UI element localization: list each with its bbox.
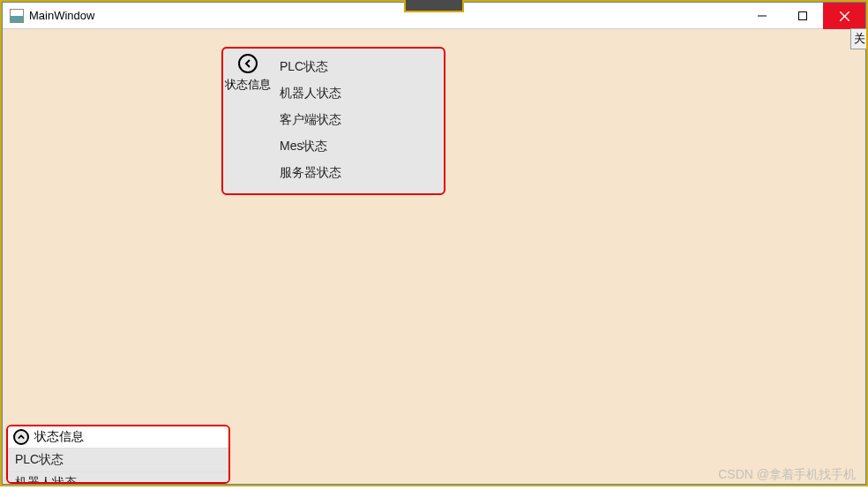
maximize-button[interactable] (782, 3, 823, 29)
status-item[interactable]: 机器人状态 (8, 471, 228, 482)
status-item[interactable]: Mes状态 (276, 133, 444, 160)
status-panel-collapsed: 状态信息 PLC状态 机器人状态 (6, 425, 230, 484)
button-label: 关 (854, 32, 865, 45)
status-item[interactable]: 服务器状态 (276, 160, 444, 186)
status-item-list: PLC状态 机器人状态 (8, 448, 228, 482)
status-panel-header-label: 状态信息 (34, 429, 84, 445)
top-drag-handle (404, 0, 464, 12)
client-area: 状态信息 PLC状态 机器人状态 客户端状态 Mes状态 服务器状态 状态信息 … (3, 29, 865, 484)
status-item[interactable]: 机器人状态 (276, 80, 444, 107)
status-item[interactable]: PLC状态 (276, 54, 444, 80)
expand-button[interactable] (13, 429, 29, 445)
app-icon (10, 9, 24, 23)
window-controls (742, 3, 865, 29)
partially-hidden-button[interactable]: 关 (850, 28, 868, 49)
main-window: MainWindow 状态信息 PLC状态 机器人状态 (2, 2, 866, 485)
svg-rect-1 (799, 12, 807, 20)
status-item[interactable]: 客户端状态 (276, 107, 444, 133)
window-title: MainWindow (29, 9, 94, 22)
collapse-button[interactable] (238, 54, 258, 73)
chevron-left-icon (243, 59, 252, 68)
close-button[interactable] (823, 3, 865, 29)
status-item-list: PLC状态 机器人状态 客户端状态 Mes状态 服务器状态 (273, 49, 444, 193)
chevron-up-icon (18, 433, 25, 441)
status-panel-header: 状态信息 (225, 77, 271, 93)
minimize-button[interactable] (742, 3, 782, 29)
status-panel-expanded: 状态信息 PLC状态 机器人状态 客户端状态 Mes状态 服务器状态 (221, 47, 445, 195)
status-item[interactable]: PLC状态 (8, 448, 228, 471)
status-panel-side: 状态信息 (223, 49, 273, 193)
status-panel-header-row[interactable]: 状态信息 (8, 426, 228, 448)
